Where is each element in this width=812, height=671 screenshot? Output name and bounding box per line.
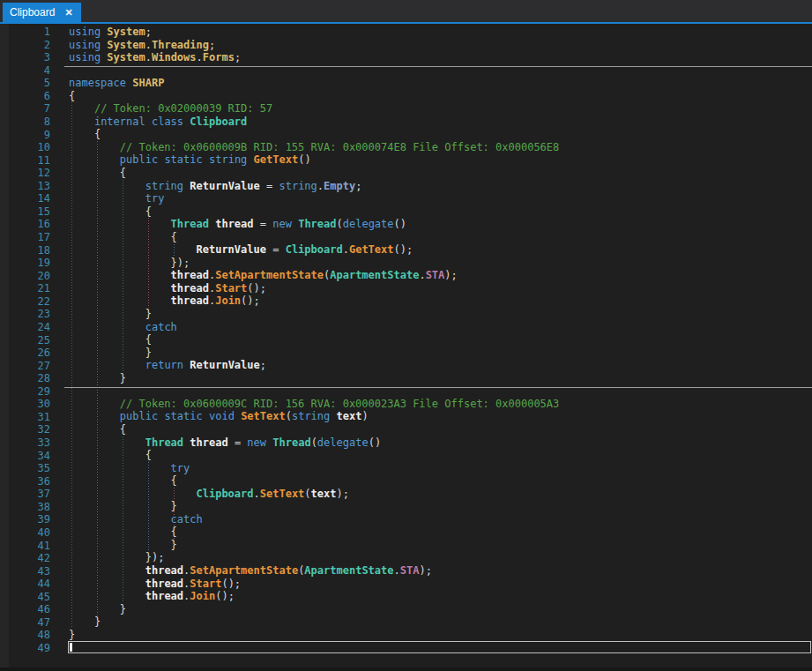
- code-line[interactable]: {: [69, 333, 559, 347]
- line-number[interactable]: 16: [0, 218, 50, 231]
- line-number[interactable]: 26: [0, 347, 50, 360]
- line-number[interactable]: 33: [0, 436, 50, 450]
- line-number[interactable]: 43: [0, 565, 50, 578]
- member-separator: [64, 66, 812, 67]
- line-number[interactable]: 19: [0, 257, 50, 270]
- tab-clipboard[interactable]: Clipboard ✕: [3, 3, 81, 22]
- code-line[interactable]: {: [69, 231, 559, 244]
- line-number[interactable]: 5: [0, 77, 50, 90]
- code-line[interactable]: {: [69, 167, 559, 180]
- line-number[interactable]: 32: [0, 423, 50, 436]
- code-line[interactable]: }: [69, 347, 559, 360]
- code-line[interactable]: thread.SetApartmentState(ApartmentState.…: [69, 269, 559, 282]
- code-line[interactable]: Thread thread = new Thread(delegate(): [69, 218, 559, 231]
- code-line[interactable]: catch: [69, 321, 559, 334]
- code-area: using System;using System.Threading;usin…: [69, 26, 559, 654]
- code-line[interactable]: // Token: 0x0600009B RID: 155 RVA: 0x000…: [69, 141, 559, 154]
- line-number[interactable]: 46: [0, 603, 50, 616]
- code-line[interactable]: internal class Clipboard: [69, 116, 559, 129]
- line-number[interactable]: 34: [0, 450, 50, 463]
- line-number[interactable]: 42: [0, 552, 50, 565]
- line-number[interactable]: 17: [0, 231, 50, 244]
- code-line[interactable]: }: [69, 615, 559, 629]
- line-number[interactable]: 38: [0, 501, 50, 514]
- code-line[interactable]: }: [69, 603, 559, 616]
- line-number[interactable]: 22: [0, 295, 50, 309]
- line-number[interactable]: 10: [0, 141, 50, 154]
- code-line[interactable]: public static string GetText(): [69, 153, 559, 167]
- code-line[interactable]: // Token: 0x02000039 RID: 57: [69, 102, 559, 116]
- line-number[interactable]: 45: [0, 591, 50, 604]
- code-line[interactable]: Clipboard.SetText(text);: [69, 488, 559, 501]
- code-line[interactable]: return ReturnValue;: [69, 359, 559, 372]
- code-line[interactable]: try: [69, 462, 559, 475]
- line-number[interactable]: 14: [0, 192, 50, 205]
- line-number[interactable]: 39: [0, 513, 50, 526]
- code-line[interactable]: }: [69, 308, 559, 321]
- line-number[interactable]: 35: [0, 462, 50, 475]
- line-number[interactable]: 29: [0, 385, 50, 399]
- code-line[interactable]: {: [69, 205, 559, 219]
- line-number[interactable]: 9: [0, 129, 50, 142]
- line-number[interactable]: 47: [0, 616, 50, 630]
- line-number[interactable]: 21: [0, 282, 50, 295]
- code-line[interactable]: public static void SetText(string text): [69, 410, 559, 423]
- code-line[interactable]: });: [69, 551, 559, 564]
- code-line[interactable]: {: [69, 449, 559, 462]
- line-number[interactable]: 44: [0, 578, 50, 591]
- code-line[interactable]: thread.Start();: [69, 578, 559, 591]
- line-number[interactable]: 11: [0, 154, 50, 168]
- code-line[interactable]: thread.Join();: [69, 590, 559, 603]
- line-number[interactable]: 36: [0, 475, 50, 488]
- code-line[interactable]: catch: [69, 513, 559, 526]
- code-line[interactable]: ReturnValue = Clipboard.GetText();: [69, 243, 559, 257]
- code-line[interactable]: using System;: [69, 26, 559, 39]
- line-number[interactable]: 28: [0, 372, 50, 385]
- line-number[interactable]: 4: [0, 64, 50, 78]
- line-number[interactable]: 1: [0, 26, 50, 39]
- code-line[interactable]: {: [69, 526, 559, 539]
- code-line[interactable]: try: [69, 192, 559, 205]
- line-number[interactable]: 12: [0, 167, 50, 180]
- code-line[interactable]: namespace SHARP: [69, 77, 559, 90]
- line-number[interactable]: 20: [0, 270, 50, 283]
- line-number[interactable]: 40: [0, 526, 50, 540]
- line-number[interactable]: 13: [0, 180, 50, 193]
- code-line[interactable]: }: [69, 539, 559, 552]
- code-editor[interactable]: 1234567891011121314151617181920212223242…: [0, 24, 812, 671]
- code-line[interactable]: {: [69, 474, 559, 488]
- line-number[interactable]: 37: [0, 488, 50, 501]
- code-line[interactable]: }: [69, 372, 559, 385]
- line-number[interactable]: 15: [0, 205, 50, 219]
- code-line[interactable]: thread.Join();: [69, 294, 559, 308]
- code-line[interactable]: });: [69, 257, 559, 270]
- code-line[interactable]: // Token: 0x0600009C RID: 156 RVA: 0x000…: [69, 398, 559, 411]
- line-number[interactable]: 6: [0, 90, 50, 103]
- code-line[interactable]: }: [69, 629, 559, 642]
- code-line[interactable]: Thread thread = new Thread(delegate(): [69, 436, 559, 450]
- line-number[interactable]: 41: [0, 540, 50, 553]
- line-number[interactable]: 23: [0, 308, 50, 321]
- line-number[interactable]: 2: [0, 39, 50, 52]
- line-number[interactable]: 30: [0, 398, 50, 411]
- line-number[interactable]: 49: [0, 642, 50, 655]
- code-line[interactable]: }: [69, 500, 559, 513]
- code-line[interactable]: using System.Threading;: [69, 39, 559, 52]
- code-line[interactable]: {: [69, 423, 559, 436]
- code-line[interactable]: using System.Windows.Forms;: [69, 51, 559, 64]
- code-line[interactable]: thread.Start();: [69, 282, 559, 295]
- line-number[interactable]: 31: [0, 411, 50, 424]
- line-number[interactable]: 8: [0, 116, 50, 129]
- line-number[interactable]: 24: [0, 321, 50, 334]
- line-number[interactable]: 7: [0, 102, 50, 116]
- code-line[interactable]: string ReturnValue = string.Empty;: [69, 180, 559, 193]
- line-number[interactable]: 48: [0, 629, 50, 642]
- code-line[interactable]: {: [69, 128, 559, 141]
- line-number[interactable]: 25: [0, 334, 50, 347]
- line-number[interactable]: 18: [0, 244, 50, 257]
- code-line[interactable]: {: [69, 90, 559, 103]
- line-number[interactable]: 3: [0, 51, 50, 64]
- close-icon[interactable]: ✕: [64, 8, 72, 18]
- line-number[interactable]: 27: [0, 360, 50, 373]
- code-line[interactable]: thread.SetApartmentState(ApartmentState.…: [69, 564, 559, 578]
